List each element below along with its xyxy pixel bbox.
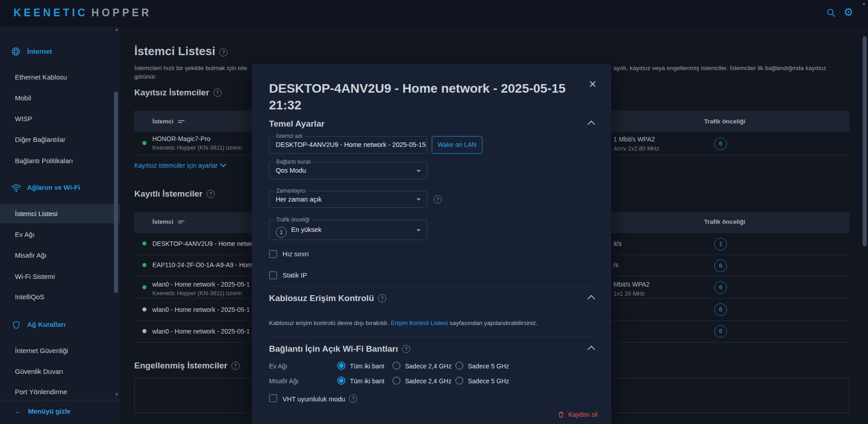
unregistered-settings-link[interactable]: Kayıtsız istemciler için ayarlar	[134, 162, 226, 169]
sidebar-item-istemci-listesi[interactable]: İstemci Listesi	[0, 204, 120, 223]
client-name[interactable]: EAP110-24-2F-D0-1A-A9-A9 - Hom	[152, 261, 252, 269]
speed-limit-checkbox[interactable]	[269, 250, 277, 258]
wifi-bands-title: Bağlantı İçin Açık Wi-Fi Bantları?	[269, 344, 410, 354]
home-band-both-label[interactable]: Tüm iki bant	[350, 363, 384, 370]
guest-band-24-label[interactable]: Sadece 2,4 GHz	[405, 377, 452, 385]
client-name[interactable]: wlan0 - Home network - 2025-05-1	[152, 281, 250, 288]
guest-band-5-radio[interactable]	[455, 377, 463, 385]
page-description-line2: görünür.	[134, 73, 157, 80]
collapse-wireless-icon[interactable]	[588, 295, 595, 303]
sidebar-scroll-down-icon[interactable]: ▼	[114, 392, 119, 397]
collapse-bands-icon[interactable]	[588, 346, 595, 353]
vht-label-text: VHT uyumluluk modu	[283, 396, 345, 403]
guest-band-5-label[interactable]: Sadece 5 GHz	[468, 377, 509, 385]
help-icon[interactable]: ?	[219, 48, 227, 57]
traffic-priority-select[interactable]: Trafik önceliği 1En yüksek	[269, 220, 427, 240]
section-divider	[269, 286, 594, 287]
column-header-label: İstemci	[152, 118, 174, 125]
help-icon[interactable]: ?	[402, 345, 410, 353]
access-control-list-link[interactable]: Erişim Kontrol Listesi	[391, 320, 448, 326]
help-icon[interactable]: ?	[231, 362, 240, 370]
sidebar-item-misafir-agi[interactable]: Misafir Ağı	[0, 248, 120, 263]
guest-band-both-label[interactable]: Tüm iki bant	[350, 377, 384, 385]
column-header-client[interactable]: İstemci	[152, 218, 184, 225]
section-title-unregistered: Kayıtsız İstemciler?	[134, 88, 222, 98]
collapse-basic-icon[interactable]	[588, 121, 595, 128]
help-icon[interactable]: ?	[207, 190, 215, 198]
page-description-right: ayıtlı, kayıtsız veya engellenmiş istemc…	[613, 65, 826, 71]
sidebar-label: Ağ Kuralları	[27, 320, 66, 328]
hide-menu-button[interactable]: ←Menüyü gizle	[15, 407, 71, 415]
sidebar-item-intelliqos[interactable]: IntelliQoS	[0, 289, 120, 305]
sidebar-item-aglarim-wifi[interactable]: Ağlarım ve Wi-Fi	[0, 180, 120, 195]
sidebar-label: Ethernet Kablosu	[15, 73, 67, 81]
sidebar-label: Ağlarım ve Wi-Fi	[27, 184, 80, 191]
priority-badge[interactable]: 1	[714, 238, 727, 250]
connection-rule-select[interactable]: Bağlantı kuralı Qos Modu	[269, 162, 427, 179]
search-icon[interactable]	[826, 8, 836, 19]
home-band-5-radio[interactable]	[455, 362, 463, 370]
connection-rule-label: Bağlantı kuralı	[274, 159, 313, 165]
page-scroll-up-icon[interactable]: ▲	[862, 1, 866, 6]
vht-checkbox[interactable]	[269, 394, 277, 402]
gear-icon[interactable]: ⚙	[844, 6, 854, 19]
close-icon[interactable]: ✕	[587, 79, 598, 90]
sidebar-item-baglanti-politikalari[interactable]: Bağlantı Politikaları	[0, 153, 120, 169]
client-link-info: /s	[613, 261, 618, 269]
sidebar-item-wifi-sistemi[interactable]: Wi-Fi Sistemi	[0, 269, 120, 284]
help-icon[interactable]: ?	[434, 195, 442, 203]
client-name-field[interactable]: İstemci adı DESKTOP-4ANV2U9 - Home netwo…	[269, 136, 427, 154]
guest-band-24-radio[interactable]	[392, 377, 401, 385]
section-title-registered: Kayıtlı İstemciler?	[134, 189, 215, 199]
column-header-client[interactable]: İstemci	[152, 118, 184, 125]
home-band-24-label[interactable]: Sadece 2,4 GHz	[405, 363, 452, 370]
client-name[interactable]: wlan0 - Home network - 2025-05-1	[152, 328, 250, 335]
priority-badge[interactable]: 6	[714, 137, 727, 150]
static-ip-label: Statik IP	[283, 272, 307, 279]
wireless-access-title: Kablosuz Erişim Kontrolü?	[269, 293, 386, 303]
client-link-info: Mbit/s WPA2	[613, 281, 650, 288]
chevron-down-icon	[416, 229, 421, 231]
wake-on-lan-button[interactable]: Wake on LAN	[432, 136, 482, 154]
sidebar-label: Ev Ağı	[15, 231, 34, 238]
client-name[interactable]: wlan0 - Home network - 2025-05-1	[152, 306, 250, 313]
client-name[interactable]: HONOR-Magic7-Pro	[152, 135, 210, 142]
priority-badge[interactable]: 6	[714, 281, 727, 294]
home-band-5-label[interactable]: Sadece 5 GHz	[468, 363, 509, 370]
help-icon[interactable]: ?	[349, 395, 357, 403]
sidebar-item-diger-baglantilar[interactable]: Diğer Bağlantılar	[0, 132, 120, 147]
priority-badge[interactable]: 6	[714, 259, 727, 272]
sidebar-label: İstemci Listesi	[15, 210, 57, 217]
sidebar-item-ev-agi[interactable]: Ev Ağı	[0, 227, 120, 242]
sidebar-item-wisp[interactable]: WISP	[0, 111, 120, 127]
client-name[interactable]: DESKTOP-4ANV2U9 - Home netwo	[152, 240, 254, 247]
sidebar-item-guvenlik-duvari[interactable]: Güvenlik Duvarı	[0, 364, 120, 379]
sidebar-scroll-up-icon[interactable]: ▲	[114, 27, 119, 32]
chevron-down-icon	[416, 170, 421, 172]
globe-icon	[11, 47, 21, 62]
sidebar-item-port-yonlendirme[interactable]: Port Yönlendirme	[0, 384, 120, 400]
sidebar-label: Bağlantı Politikaları	[15, 157, 73, 165]
sidebar-item-internet-guvenligi[interactable]: İnternet Güvenliği	[0, 343, 120, 358]
scheduler-select[interactable]: Zamanlayıcı Her zaman açık	[269, 191, 427, 208]
help-icon[interactable]: ?	[213, 89, 222, 97]
sidebar-item-ethernet[interactable]: Ethernet Kablosu	[0, 70, 120, 85]
modal-title: DESKTOP-4ANV2U9 - Home network - 2025-05…	[269, 80, 581, 113]
sidebar-item-mobil[interactable]: Mobil	[0, 90, 120, 106]
home-band-both-radio[interactable]	[337, 362, 345, 370]
sidebar-scrollbar[interactable]	[114, 92, 118, 293]
guest-band-both-radio[interactable]	[337, 377, 345, 385]
sidebar-item-internet[interactable]: İnternet	[0, 44, 120, 59]
hide-menu-label: Menüyü gizle	[28, 407, 71, 415]
help-icon[interactable]: ?	[378, 294, 386, 302]
priority-badge[interactable]: 6	[714, 325, 727, 338]
priority-badge[interactable]: 6	[714, 303, 727, 316]
home-band-24-radio[interactable]	[392, 362, 401, 370]
delete-record-label: Kaydını sil	[568, 411, 598, 418]
delete-record-button[interactable]: Kaydını sil	[557, 411, 598, 419]
sidebar-item-ag-kurallari[interactable]: Ağ Kuralları	[0, 317, 120, 332]
page-scrollbar[interactable]	[863, 36, 867, 246]
client-name-label: İstemci adı	[274, 133, 305, 139]
section-title-text: Bağlantı İçin Açık Wi-Fi Bantları	[269, 344, 398, 353]
static-ip-checkbox[interactable]	[269, 271, 277, 279]
